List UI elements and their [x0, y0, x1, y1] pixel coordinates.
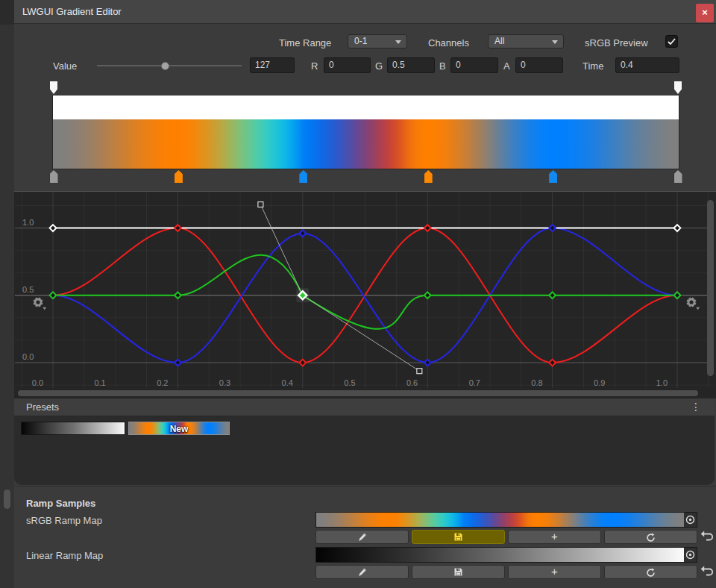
channels-value: All — [494, 36, 504, 46]
refresh-icon — [645, 532, 656, 543]
x-tick-label: 0.7 — [469, 378, 480, 387]
value-slider[interactable] — [97, 65, 242, 66]
curve-editor[interactable]: 0.00.10.20.30.40.50.60.70.80.91.00.00.51… — [14, 191, 716, 398]
gradient-editor-window: LWGUI Gradient Editor × Time Range 0-1 C… — [0, 0, 716, 588]
x-tick-label: 0.5 — [344, 378, 355, 387]
pencil-icon — [357, 567, 368, 578]
ramp-gradient-preview — [316, 548, 685, 562]
red-key[interactable] — [424, 225, 431, 231]
x-tick-label: 0.0 — [32, 378, 43, 387]
color-marker[interactable] — [674, 170, 682, 183]
time-range-dropdown[interactable]: 0-1 — [348, 34, 407, 49]
ramp-row-label: Linear Ramp Map — [26, 549, 103, 563]
titlebar[interactable]: LWGUI Gradient Editor × — [14, 0, 716, 24]
x-tick-label: 0.1 — [94, 378, 105, 387]
red-key[interactable] — [549, 360, 556, 366]
alpha-preview-strip[interactable] — [52, 96, 679, 119]
ramp-gradient-field[interactable] — [315, 547, 697, 563]
color-marker[interactable] — [175, 170, 183, 183]
red-key[interactable] — [299, 360, 306, 366]
alpha-marker[interactable] — [50, 81, 57, 94]
y-tick-label: 1.0 — [22, 218, 34, 227]
alpha-key[interactable] — [50, 225, 57, 231]
color-marker[interactable] — [424, 170, 433, 183]
ramp-button-row: + — [315, 530, 697, 544]
curve-hscrollbar[interactable] — [18, 390, 698, 396]
ramp-row-label: sRGB Ramp Map — [26, 514, 102, 528]
save-button[interactable] — [412, 565, 505, 579]
refresh-button[interactable] — [604, 565, 697, 579]
time-range-value: 0-1 — [354, 36, 367, 46]
object-picker-icon[interactable] — [684, 548, 697, 562]
pencil-button[interactable] — [315, 530, 409, 544]
srgb-preview-label: sRGB Preview — [585, 37, 648, 50]
x-tick-label: 0.3 — [219, 378, 230, 387]
curve-vscrollbar[interactable] — [707, 200, 714, 376]
x-tick-label: 1.0 — [656, 378, 668, 387]
blue-key[interactable] — [299, 230, 306, 237]
undo-icon[interactable] — [700, 529, 716, 544]
srgb-preview-checkbox[interactable] — [665, 35, 678, 48]
r-label: R — [311, 60, 318, 73]
plus-button[interactable]: + — [508, 530, 601, 544]
channels-dropdown[interactable]: All — [488, 34, 564, 49]
color-marker[interactable] — [299, 170, 307, 183]
curve-canvas[interactable]: 0.00.10.20.30.40.50.60.70.80.91.00.00.51… — [14, 193, 716, 399]
right-wrap-gear-icon[interactable] — [687, 298, 700, 310]
tangent-handle[interactable] — [258, 202, 263, 207]
save-icon — [453, 567, 463, 577]
color-marker[interactable] — [50, 170, 58, 183]
g-label: G — [375, 60, 383, 73]
save-button[interactable] — [412, 530, 505, 544]
ramp-samples-section: Ramp Samples sRGB Ramp Map + Linear Ramp… — [14, 486, 716, 588]
red-key[interactable] — [175, 225, 181, 231]
pencil-icon — [357, 532, 368, 543]
presets-header[interactable]: Presets ⋮ — [14, 398, 715, 416]
gradient-preview-strip[interactable] — [52, 119, 679, 169]
blue-key[interactable] — [549, 225, 556, 231]
presets-title: Presets — [26, 401, 59, 413]
value-label: Value — [53, 60, 77, 73]
refresh-button[interactable] — [604, 530, 697, 544]
blue-key[interactable] — [175, 360, 181, 366]
undo-icon[interactable] — [700, 564, 716, 579]
r-field[interactable]: 0 — [324, 57, 371, 73]
preset-swatch[interactable] — [21, 422, 125, 435]
tangent-handle[interactable] — [417, 369, 422, 374]
x-tick-label: 0.2 — [157, 378, 168, 387]
b-field[interactable]: 0 — [450, 57, 498, 73]
presets-panel: Presets ⋮ New — [14, 398, 715, 485]
a-field[interactable]: 0 — [515, 57, 563, 73]
close-button[interactable]: × — [696, 4, 714, 22]
a-label: A — [503, 60, 510, 73]
left-scrollbar-thumb[interactable] — [4, 490, 10, 509]
object-picker-icon[interactable] — [684, 513, 697, 527]
refresh-icon — [645, 567, 656, 578]
green-key[interactable] — [549, 292, 556, 298]
color-marker[interactable] — [549, 170, 557, 183]
alpha-key[interactable] — [674, 225, 681, 231]
green-key[interactable] — [50, 292, 57, 298]
ramp-gradient-preview — [316, 513, 685, 527]
left-wrap-gear-icon[interactable] — [34, 298, 46, 310]
preset-swatch[interactable]: New — [128, 422, 230, 435]
left-scrollbar-gutter — [0, 0, 14, 588]
value-slider-thumb[interactable] — [161, 62, 169, 70]
y-tick-label: 0.0 — [22, 352, 34, 361]
kebab-menu-icon[interactable]: ⋮ — [691, 401, 701, 413]
blue-key[interactable] — [424, 360, 431, 366]
x-tick-label: 0.4 — [282, 378, 293, 387]
value-field[interactable]: 127 — [250, 57, 295, 73]
ramp-button-row: + — [315, 565, 697, 579]
time-field[interactable]: 0.4 — [615, 57, 679, 73]
g-field[interactable]: 0.5 — [387, 57, 435, 73]
ramp-gradient-field[interactable] — [315, 512, 697, 528]
green-key[interactable] — [175, 292, 181, 298]
green-key[interactable] — [674, 292, 681, 298]
x-tick-label: 0.8 — [531, 378, 542, 387]
pencil-button[interactable] — [315, 565, 409, 579]
ramp-samples-title: Ramp Samples — [26, 498, 95, 509]
alpha-marker[interactable] — [674, 81, 682, 94]
green-key[interactable] — [424, 292, 431, 298]
plus-button[interactable]: + — [508, 565, 601, 579]
